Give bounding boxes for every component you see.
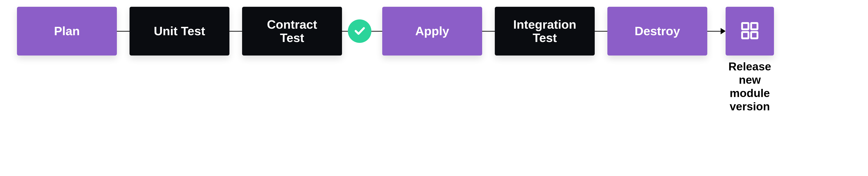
svg-rect-2 xyxy=(742,32,748,38)
connector xyxy=(342,31,348,32)
connector xyxy=(371,31,382,32)
release-box xyxy=(725,7,774,56)
stage-label: Plan xyxy=(54,24,80,38)
grid-icon xyxy=(739,20,761,42)
check-icon xyxy=(353,24,366,38)
stage-label: Contract Test xyxy=(267,18,317,45)
release-caption: Release new module version xyxy=(720,60,779,113)
arrow-to-release xyxy=(707,28,725,34)
connector xyxy=(595,31,608,32)
stage-integration-test: Integration Test xyxy=(495,7,595,56)
svg-rect-3 xyxy=(751,32,757,38)
stage-apply: Apply xyxy=(382,7,482,56)
arrow-line xyxy=(707,31,721,32)
pipeline-row: Plan Unit Test Contract Test Apply xyxy=(0,0,868,56)
pipeline-diagram: Plan Unit Test Contract Test Apply xyxy=(0,0,868,176)
stage-label: Integration Test xyxy=(513,18,577,45)
stage-contract-test: Contract Test xyxy=(242,7,342,56)
svg-rect-1 xyxy=(751,23,757,29)
connector xyxy=(117,31,129,32)
arrow-head-icon xyxy=(721,28,725,34)
stage-label: Apply xyxy=(415,24,449,38)
stage-plan: Plan xyxy=(17,7,117,56)
connector xyxy=(482,31,495,32)
svg-rect-0 xyxy=(742,23,748,29)
release-node: Release new module version xyxy=(725,7,774,56)
stage-label: Destroy xyxy=(634,24,680,38)
stage-label: Unit Test xyxy=(154,24,205,38)
connector xyxy=(229,31,242,32)
stage-unit-test: Unit Test xyxy=(129,7,229,56)
checkpoint-pass xyxy=(348,20,371,43)
stage-destroy: Destroy xyxy=(608,7,707,56)
